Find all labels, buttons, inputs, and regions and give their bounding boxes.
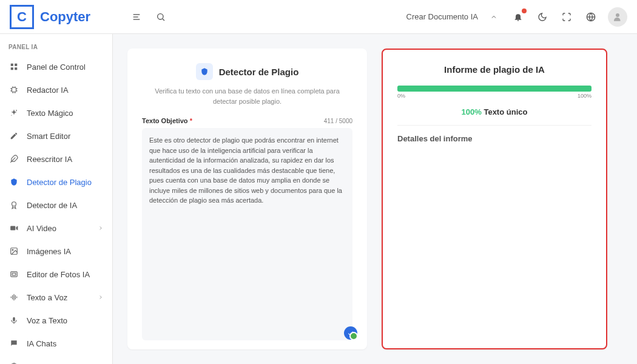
svg-point-7 (616, 13, 619, 17)
sidebar-item-voz-a-texto[interactable]: Voz a Texto (0, 309, 112, 332)
report-title: Informe de plagio de IA (397, 64, 592, 75)
image-icon (8, 246, 19, 257)
user-avatar[interactable] (608, 7, 627, 27)
svg-rect-8 (11, 64, 13, 66)
sparkle-icon (8, 107, 19, 118)
result-text: 100% Texto único (397, 107, 592, 116)
svg-point-24 (12, 202, 16, 206)
sidebar-item-vision-ai[interactable]: Vision AI (0, 355, 112, 364)
chip-icon (8, 84, 19, 95)
grid-icon (8, 61, 19, 72)
main-content: Detector de Plagio Verifica tu texto con… (113, 34, 637, 364)
mic-icon (8, 315, 19, 326)
aperture-icon (8, 361, 19, 364)
sidebar-item-label: Reescritor IA (27, 155, 72, 164)
shield-icon (196, 63, 213, 80)
detector-title: Detector de Plagio (219, 67, 299, 77)
chevron-up-icon[interactable] (484, 7, 504, 27)
sidebar-item-ai-video[interactable]: AI Video (0, 217, 112, 240)
svg-point-22 (11, 115, 12, 116)
pen-icon (8, 130, 19, 141)
sidebar-item-detector-de-plagio[interactable]: Detector de Plagio (0, 170, 112, 194)
progress-max: 100% (578, 93, 592, 99)
detector-subtitle: Verifica tu texto con una base de datos … (142, 86, 352, 106)
sidebar-item-label: Texto Mágico (27, 109, 73, 118)
sidebar-item-imágenes-ia[interactable]: Imágenes IA (0, 240, 112, 263)
report-details-link[interactable]: Detalles del informe (397, 134, 592, 143)
photo-icon (8, 269, 19, 280)
sidebar-item-redactor-ia[interactable]: Redactor IA (0, 78, 112, 101)
dark-mode-icon[interactable] (533, 7, 552, 27)
verify-badge-icon[interactable] (344, 326, 357, 340)
svg-rect-25 (10, 226, 15, 231)
menu-toggle-icon[interactable] (127, 7, 146, 27)
chevron-right-icon (98, 224, 104, 233)
sidebar-item-label: IA Chats (27, 339, 56, 348)
shield-icon (8, 177, 19, 187)
search-icon[interactable] (151, 7, 170, 27)
logo-box[interactable]: C (10, 5, 34, 29)
fullscreen-icon[interactable] (557, 7, 576, 27)
svg-rect-10 (11, 67, 13, 70)
sidebar-item-reescritor-ia[interactable]: Reescritor IA (0, 147, 112, 170)
target-text-input[interactable] (142, 128, 352, 340)
notifications-icon[interactable] (508, 7, 528, 27)
sidebar-item-label: Imágenes IA (27, 247, 71, 256)
svg-rect-11 (15, 67, 17, 70)
sidebar-item-label: Voz a Texto (27, 316, 67, 325)
create-document-button[interactable]: Crear Documento IA (406, 12, 479, 21)
sidebar-item-texto-a-voz[interactable]: Texto a Voz (0, 286, 112, 309)
svg-line-4 (163, 19, 164, 21)
notification-badge (522, 8, 527, 13)
svg-point-3 (158, 13, 163, 19)
sidebar-item-label: Detector de Plagio (27, 178, 92, 187)
sidebar-item-editor-de-fotos-ia[interactable]: Editor de Fotos IA (0, 263, 112, 286)
svg-point-28 (12, 249, 13, 251)
logo-letter: C (17, 9, 27, 25)
svg-rect-29 (11, 272, 18, 277)
video-icon (8, 223, 19, 234)
sidebar: PANEL IA Panel de ControlRedactor IAText… (0, 34, 113, 364)
svg-marker-26 (16, 226, 18, 231)
sidebar-item-detector-de-ia[interactable]: Detector de IA (0, 194, 112, 217)
detector-card: Detector de Plagio Verifica tu texto con… (127, 49, 367, 349)
feather-icon (8, 153, 19, 164)
field-label: Texto Objetivo * (142, 117, 192, 124)
wave-icon (8, 292, 19, 303)
report-card: Informe de plagio de IA 0% 100% 100% Tex… (382, 49, 607, 349)
language-icon[interactable] (581, 7, 601, 27)
sidebar-item-label: Redactor IA (27, 86, 69, 95)
sidebar-item-label: Panel de Control (27, 62, 86, 72)
progress-min: 0% (397, 93, 405, 99)
chat-icon (8, 338, 19, 349)
badge-icon (8, 200, 19, 211)
sidebar-item-label: AI Video (27, 224, 56, 233)
char-counter: 411 / 5000 (324, 118, 352, 124)
brand-name[interactable]: Copyter (40, 9, 90, 25)
chevron-right-icon (98, 293, 104, 302)
sidebar-item-label: Vision AI (27, 362, 57, 365)
sidebar-item-ia-chats[interactable]: IA Chats (0, 332, 112, 355)
sidebar-item-panel-de-control[interactable]: Panel de Control (0, 55, 112, 78)
svg-rect-30 (12, 273, 16, 275)
progress-bar: 0% 100% (397, 86, 592, 99)
sidebar-item-label: Smart Editor (27, 132, 70, 141)
sidebar-item-label: Detector de IA (27, 201, 77, 210)
svg-rect-9 (15, 64, 17, 66)
sidebar-item-label: Texto a Voz (27, 293, 67, 302)
sidebar-item-label: Editor de Fotos IA (27, 270, 90, 279)
svg-rect-36 (13, 317, 15, 322)
sidebar-item-smart-editor[interactable]: Smart Editor (0, 124, 112, 147)
svg-point-21 (16, 110, 17, 111)
sidebar-item-texto-mágico[interactable]: Texto Mágico (0, 101, 112, 124)
svg-rect-12 (12, 88, 16, 92)
sidebar-heading: PANEL IA (0, 39, 112, 55)
